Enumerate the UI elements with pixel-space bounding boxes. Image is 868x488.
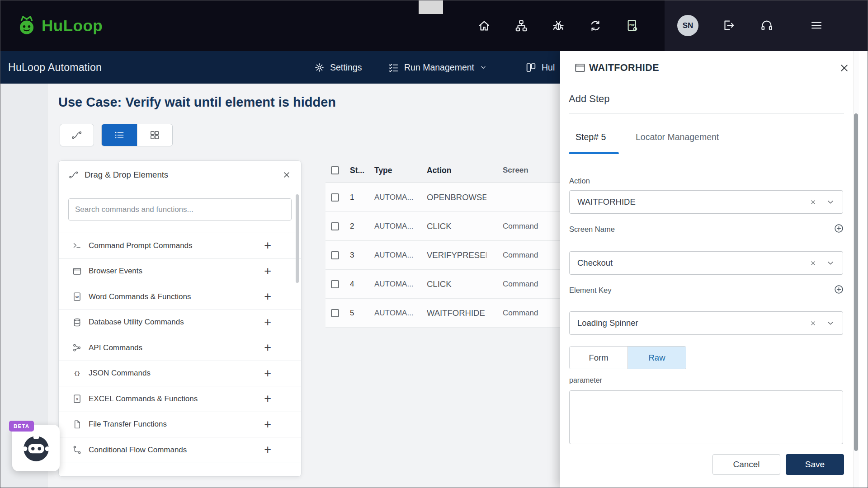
row-checkbox[interactable] (331, 280, 339, 288)
avatar[interactable]: SN (677, 15, 698, 36)
plus-icon[interactable] (264, 239, 271, 252)
topbar-icon-group: PDF (477, 0, 639, 51)
menu-icon[interactable] (810, 19, 823, 32)
close-icon[interactable] (282, 170, 291, 179)
tab-locator-management[interactable]: Locator Management (636, 132, 719, 142)
palette-item-database-utility[interactable]: Database Utility Commands (59, 310, 301, 335)
add-element-icon[interactable] (834, 284, 844, 295)
table-row[interactable]: 3 AUTOMA... VERIFYPRESENT Command (326, 241, 579, 270)
app-window: HuLoop PDF SN HuLoop Automation Settings… (0, 0, 868, 488)
cell-step: 4 (342, 280, 366, 289)
palette-item-excel-commands[interactable]: X EXCEL Commands & Functions (59, 386, 301, 412)
palette-item-label: Database Utility Commands (89, 318, 264, 327)
row-checkbox[interactable] (331, 309, 339, 317)
cell-type: AUTOMA... (366, 251, 419, 260)
page-title: Use Case: Verify wait until element is h… (58, 95, 336, 110)
svg-text:X: X (76, 397, 79, 401)
table-row[interactable]: 1 AUTOMA... OPENBROWSER (326, 183, 579, 212)
huloop-logo[interactable]: HuLoop (17, 0, 103, 51)
add-screen-icon[interactable] (834, 223, 844, 234)
palette-item-label: JSON Commands (89, 369, 264, 378)
screen-name-select[interactable]: Checkout (569, 251, 843, 275)
action-select[interactable]: WAITFORHIDE (569, 190, 843, 214)
clear-icon[interactable] (810, 320, 816, 327)
assistant-bot-button[interactable] (12, 425, 60, 471)
branch-icon (72, 445, 82, 455)
plus-icon[interactable] (264, 316, 271, 328)
cancel-button[interactable]: Cancel (712, 454, 780, 475)
cell-action: WAITFORHIDE (419, 308, 486, 318)
word-doc-icon: W (72, 292, 82, 301)
tab-step[interactable]: Step# 5 (576, 132, 606, 142)
plus-icon[interactable] (264, 418, 271, 431)
drawer-heading: Add Step (569, 93, 610, 105)
logout-icon[interactable] (722, 19, 735, 32)
excel-doc-icon: X (72, 394, 82, 404)
select-all-checkbox[interactable] (331, 166, 339, 174)
row-checkbox[interactable] (331, 222, 339, 230)
steps-table-header: St... Type Action Screen (326, 158, 579, 183)
chevron-down-icon[interactable] (826, 318, 835, 328)
action-select-value: WAITFORHIDE (577, 197, 810, 207)
palette-item-word-commands[interactable]: W Word Commands & Functions (59, 284, 301, 310)
nav-item-run-management[interactable]: Run Management (388, 51, 487, 84)
clear-icon[interactable] (810, 199, 816, 206)
save-button[interactable]: Save (786, 454, 844, 475)
view-toggle-grid[interactable] (137, 124, 173, 146)
chevron-down-icon[interactable] (826, 258, 835, 268)
table-row[interactable]: 4 AUTOMA... CLICK Command (326, 270, 579, 299)
nav-item-huloop[interactable]: Hul (525, 51, 555, 84)
close-icon[interactable] (839, 62, 850, 74)
clear-icon[interactable] (810, 260, 816, 267)
palette-item-file-transfer[interactable]: File Transfer Functions (59, 412, 301, 437)
pdf-icon[interactable]: PDF (626, 19, 639, 33)
window-artifact (419, 0, 443, 14)
raw-toggle-option[interactable]: Raw (627, 347, 686, 369)
home-icon[interactable] (477, 19, 491, 33)
header-type: Type (366, 166, 419, 175)
nav-item-settings[interactable]: Settings (314, 51, 362, 84)
bug-icon[interactable] (552, 19, 565, 33)
sync-icon[interactable] (589, 19, 602, 33)
drawer-scrollbar-thumb[interactable] (854, 113, 858, 451)
palette-item-api-commands[interactable]: API Commands (59, 335, 301, 361)
plus-icon[interactable] (264, 291, 271, 303)
form-toggle-option[interactable]: Form (570, 347, 627, 369)
plus-icon[interactable] (264, 444, 271, 456)
nav-huloop-label: Hul (542, 62, 555, 73)
plus-icon[interactable] (264, 342, 271, 354)
chevron-down-icon[interactable] (826, 197, 835, 207)
element-key-select[interactable]: Loading Spinner (569, 311, 843, 335)
plus-icon[interactable] (264, 393, 271, 405)
file-icon (72, 420, 82, 429)
grid-view-icon (149, 130, 160, 141)
parameter-textarea[interactable] (569, 390, 843, 444)
form-raw-toggle: Form Raw (569, 346, 686, 369)
palette-scrollbar[interactable] (296, 194, 299, 283)
headset-icon[interactable] (760, 19, 774, 32)
nav-settings-label: Settings (330, 62, 362, 73)
element-key-label: Element Key (569, 286, 612, 295)
workflow-icon[interactable] (514, 19, 528, 33)
table-row[interactable]: 2 AUTOMA... CLICK Command (326, 212, 579, 241)
palette-item-label: Browser Events (89, 267, 264, 276)
view-toggle-flow[interactable] (60, 124, 94, 146)
plus-icon[interactable] (264, 265, 271, 277)
palette-item-conditional-flow[interactable]: Conditional Flow Commands (59, 437, 301, 463)
view-toggle-group (101, 124, 173, 146)
gear-icon (314, 62, 325, 73)
svg-text:PDF: PDF (629, 23, 636, 27)
table-row[interactable]: 5 AUTOMA... WAITFORHIDE Command (326, 299, 579, 328)
palette-item-command-prompt[interactable]: Command Prompt Commands (59, 233, 301, 258)
palette-item-browser-events[interactable]: Browser Events (59, 258, 301, 284)
view-toggle-list[interactable] (102, 124, 137, 146)
list-view-icon (114, 130, 125, 141)
terminal-icon (72, 241, 82, 250)
palette-item-label: File Transfer Functions (89, 420, 264, 429)
row-checkbox[interactable] (331, 251, 339, 259)
plus-icon[interactable] (264, 367, 271, 380)
flow-view-icon (71, 130, 82, 141)
palette-item-json-commands[interactable]: {} JSON Commands (59, 361, 301, 386)
search-input[interactable] (68, 198, 292, 221)
row-checkbox[interactable] (331, 193, 339, 202)
